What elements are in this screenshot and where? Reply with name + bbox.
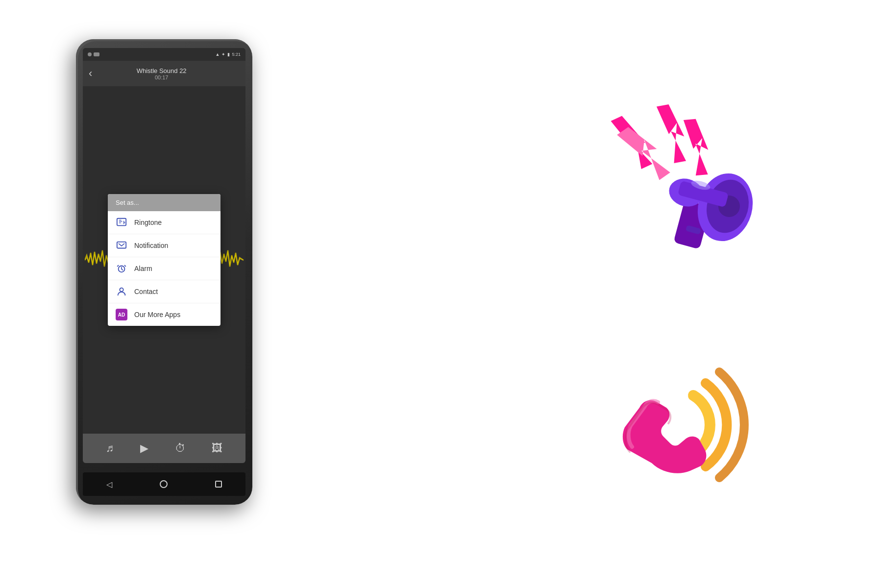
playlist-nav-icon[interactable]: ♬ xyxy=(106,442,114,455)
phone-ringing-decoration xyxy=(598,346,755,503)
ringtone-label: Ringtone xyxy=(134,219,162,226)
status-time: 5:21 xyxy=(232,52,241,57)
icons-area xyxy=(510,29,843,559)
menu-item-more-apps[interactable]: AD Our More Apps xyxy=(108,303,220,326)
battery-status-icon: ▮ xyxy=(227,52,230,57)
back-button[interactable]: ‹ xyxy=(89,68,92,79)
notification-label: Notification xyxy=(134,242,168,249)
phone-body: ▲ ✦ ▮ 5:21 ‹ Whistle Sound 22 00:17 xyxy=(76,39,252,505)
menu-item-ringtone[interactable]: Ringtone xyxy=(108,211,220,234)
image-nav-icon[interactable]: 🖼 xyxy=(212,442,222,455)
ad-badge: AD xyxy=(116,309,127,320)
menu-item-notification[interactable]: Notification xyxy=(108,234,220,257)
home-nav-btn[interactable] xyxy=(160,480,168,488)
menu-item-contact[interactable]: Contact xyxy=(108,280,220,303)
song-duration: 00:17 xyxy=(97,74,226,80)
alarm-icon xyxy=(116,263,127,274)
history-nav-icon[interactable]: ⏱ xyxy=(175,442,186,455)
status-bar: ▲ ✦ ▮ 5:21 xyxy=(83,48,245,61)
song-name: Whistle Sound 22 xyxy=(97,67,226,74)
status-rect xyxy=(94,52,99,56)
svg-point-3 xyxy=(120,288,123,292)
more-apps-label: Our More Apps xyxy=(134,311,180,318)
context-menu: Set as... Ringtone xyxy=(108,194,220,326)
scene: ▲ ✦ ▮ 5:21 ‹ Whistle Sound 22 00:17 xyxy=(0,0,882,588)
svg-marker-7 xyxy=(684,118,710,176)
top-bar-title: Whistle Sound 22 00:17 xyxy=(97,67,240,80)
svg-rect-1 xyxy=(117,242,126,248)
notification-icon xyxy=(116,240,127,251)
status-dot-1 xyxy=(88,52,92,56)
play-nav-icon[interactable]: ▶ xyxy=(140,442,148,455)
phone-mockup: ▲ ✦ ▮ 5:21 ‹ Whistle Sound 22 00:17 xyxy=(76,39,267,519)
svg-marker-5 xyxy=(657,103,688,165)
svg-marker-6 xyxy=(617,121,672,185)
menu-item-alarm[interactable]: Alarm xyxy=(108,257,220,280)
contact-icon xyxy=(116,286,127,297)
status-icons-right: ▲ ✦ ▮ 5:21 xyxy=(216,52,241,57)
megaphone-decoration xyxy=(583,85,769,291)
screen-content: Set as... Ringtone xyxy=(83,86,245,434)
bluetooth-status-icon: ✦ xyxy=(221,52,225,57)
contact-label: Contact xyxy=(134,288,158,295)
top-bar: ‹ Whistle Sound 22 00:17 xyxy=(83,61,245,86)
bottom-nav-bar: ♬ ▶ ⏱ 🖼 xyxy=(83,434,245,463)
phone-screen: ▲ ✦ ▮ 5:21 ‹ Whistle Sound 22 00:17 xyxy=(83,48,245,463)
context-menu-header: Set as... xyxy=(108,194,220,211)
alarm-label: Alarm xyxy=(134,265,152,272)
more-apps-icon: AD xyxy=(116,309,127,320)
back-nav-btn[interactable]: ◁ xyxy=(106,480,112,489)
recent-nav-btn[interactable] xyxy=(215,481,222,488)
wifi-status-icon: ▲ xyxy=(216,52,220,57)
android-nav: ◁ xyxy=(83,472,245,496)
ringtone-icon xyxy=(116,217,127,228)
status-icons-left xyxy=(88,52,99,56)
